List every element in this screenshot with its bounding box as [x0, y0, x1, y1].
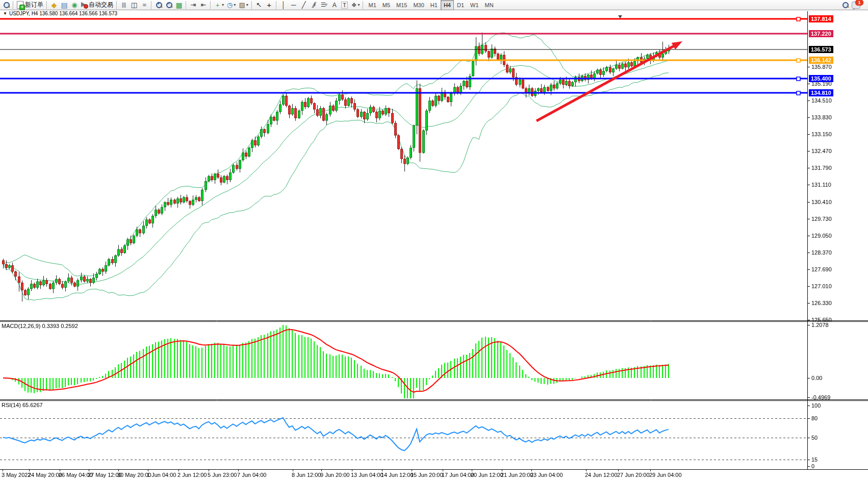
- zoom-in-icon[interactable]: +: [154, 1, 164, 10]
- price-line-label[interactable]: 137.814: [809, 15, 833, 22]
- rsi-level-label: 15: [811, 457, 818, 463]
- toolbar-separator: [186, 1, 187, 9]
- toolbar-separator: [276, 1, 277, 9]
- plus-icon: +: [19, 5, 25, 10]
- price-tick-label: 131.110: [811, 182, 831, 188]
- time-axis-label: 1 Jun 04:00: [147, 472, 176, 478]
- search-button[interactable]: [840, 1, 850, 10]
- time-axis-label: 15 Jun 20:00: [411, 472, 443, 478]
- dropdown-caret-icon: ▾: [222, 3, 224, 7]
- chart-canvas[interactable]: [0, 0, 868, 481]
- price-tick-label: 131.790: [811, 165, 832, 171]
- line-chart-icon[interactable]: ≈: [139, 1, 149, 10]
- new-order-button-label: 新订单: [25, 1, 43, 9]
- timeframe-button-h1[interactable]: H1: [427, 0, 441, 10]
- horizontal-line-icon[interactable]: ─: [289, 1, 299, 10]
- toolbar-separator: [251, 1, 252, 9]
- indicators-button[interactable]: ＋▾: [213, 1, 225, 10]
- navigator-icon[interactable]: ◉: [69, 1, 80, 10]
- dropdown-caret-icon: ▾: [246, 3, 248, 7]
- autotrading-button[interactable]: 自动交易: [80, 1, 115, 10]
- price-tick-label: 127.010: [811, 283, 832, 289]
- time-axis-label: 8 Jun 12:00: [292, 472, 321, 478]
- price-tick-label: 133.150: [811, 131, 832, 137]
- zoom-out-icon[interactable]: −: [164, 1, 174, 10]
- data-window-icon-glyph: ▤: [61, 1, 67, 9]
- navigator-icon-glyph: ◉: [71, 1, 77, 9]
- vertical-line-icon[interactable]: │: [278, 1, 289, 10]
- text-icon[interactable]: A: [329, 1, 340, 10]
- timeframe-button-h4[interactable]: H4: [441, 0, 454, 10]
- rsi-level-label: 80: [811, 415, 818, 421]
- time-axis-label: 24 May 20:00: [28, 472, 62, 478]
- data-window-icon[interactable]: ▤: [59, 1, 69, 10]
- price-tick-label: 128.370: [811, 249, 832, 256]
- price-line-label[interactable]: 137.220: [809, 30, 833, 37]
- templates-button[interactable]: ▨▾: [237, 1, 249, 10]
- text-label-icon[interactable]: T: [340, 1, 350, 10]
- timeframe-button-m5[interactable]: M5: [379, 0, 393, 10]
- time-axis-label: 21 Jun 20:00: [501, 472, 533, 478]
- time-axis-label: 24 Jun 12:00: [585, 472, 618, 478]
- line-chart-icon-glyph: ≈: [142, 1, 146, 9]
- bar-chart-icon[interactable]: |||: [119, 1, 129, 10]
- candlestick-chart-icon-glyph: ◫: [131, 1, 137, 9]
- templates-button-glyph: ▨: [239, 1, 245, 9]
- equidistant-channel-icon[interactable]: ╱╱E: [309, 1, 319, 10]
- trendline-icon[interactable]: ╱: [299, 1, 309, 10]
- macd-scale-label: -0.4969: [811, 394, 830, 400]
- timeframe-button-d1[interactable]: D1: [454, 0, 467, 10]
- timeframe-button-mn[interactable]: MN: [482, 0, 497, 10]
- rsi-scale-label: 0: [811, 463, 814, 469]
- time-axis-label: 30 May 20:00: [117, 472, 151, 478]
- time-axis-label: 27 May 12:00: [88, 472, 122, 478]
- fibonacci-icon[interactable]: ☰F: [319, 1, 329, 10]
- autoscroll-icon-glyph: ⇥: [191, 1, 196, 9]
- cursor-icon-glyph: ↖: [256, 1, 262, 9]
- cursor-icon[interactable]: ↖: [254, 1, 264, 10]
- text-label-icon-glyph: T: [341, 2, 348, 9]
- arrows-icon-glyph: ❖: [351, 2, 357, 9]
- price-line-label[interactable]: 136.573: [809, 46, 833, 53]
- bar-chart-icon-glyph: |||: [122, 2, 126, 8]
- autoscroll-icon[interactable]: ⇥: [188, 1, 198, 10]
- market-depth-icon[interactable]: ◆: [49, 1, 59, 10]
- magnifier-edge-icon[interactable]: [1, 1, 11, 10]
- periods-button[interactable]: ◷▾: [225, 1, 237, 10]
- price-tick-label: 133.830: [811, 114, 832, 120]
- arrows-icon[interactable]: ❖▾: [350, 1, 362, 10]
- dropdown-caret-icon: ▾: [358, 3, 360, 7]
- time-axis-label: 29 Jun 04:00: [649, 472, 682, 478]
- price-line-label[interactable]: 136.142: [809, 57, 833, 64]
- red-dot-icon: [84, 4, 88, 9]
- rsi-scale-label: 100: [811, 402, 821, 409]
- timeframe-button-m30[interactable]: M30: [410, 0, 427, 10]
- time-axis-label: 20 Jun 12:00: [471, 472, 503, 478]
- vertical-line-icon-glyph: │: [282, 1, 286, 9]
- toolbar-separator: [116, 1, 117, 9]
- price-tick-label: 127.690: [811, 266, 832, 272]
- timeframe-button-m1[interactable]: M1: [365, 0, 379, 10]
- timeframe-button-m15[interactable]: M15: [393, 0, 410, 10]
- dropdown-caret-icon: ▾: [234, 3, 236, 7]
- horizontal-line-icon-glyph: ─: [291, 1, 296, 9]
- price-line-label[interactable]: 134.810: [809, 89, 833, 96]
- price-tick-label: 134.510: [811, 97, 832, 104]
- mt4-window: +新订单◆▤◉自动交易|||◫≈+−▦⇥⇤＋▾◷▾▨▾↖+│─╱╱╱E☰FAT❖…: [0, 0, 868, 481]
- crosshair-icon[interactable]: +: [264, 1, 274, 10]
- price-tick-label: 129.050: [811, 233, 832, 239]
- candlestick-chart-icon[interactable]: ◫: [129, 1, 139, 10]
- price-tick-label: 130.410: [811, 199, 832, 205]
- notification-badge: 1: [855, 0, 863, 6]
- main-toolbar: +新订单◆▤◉自动交易|||◫≈+−▦⇥⇤＋▾◷▾▨▾↖+│─╱╱╱E☰FAT❖…: [0, 0, 868, 10]
- tile-windows-icon[interactable]: ▦: [174, 1, 184, 10]
- toolbar-separator: [363, 1, 364, 9]
- new-order-button[interactable]: +新订单: [15, 1, 45, 10]
- time-axis-label: 14 Jun 12:00: [381, 472, 414, 478]
- timeframe-button-w1[interactable]: W1: [467, 0, 482, 10]
- notifications-button[interactable]: 1: [850, 1, 862, 10]
- price-line-label[interactable]: 135.400: [809, 75, 833, 82]
- price-tick-label: 129.730: [811, 216, 832, 222]
- chart-shift-icon[interactable]: ⇤: [198, 1, 209, 10]
- macd-scale-label: 1.2078: [811, 322, 829, 328]
